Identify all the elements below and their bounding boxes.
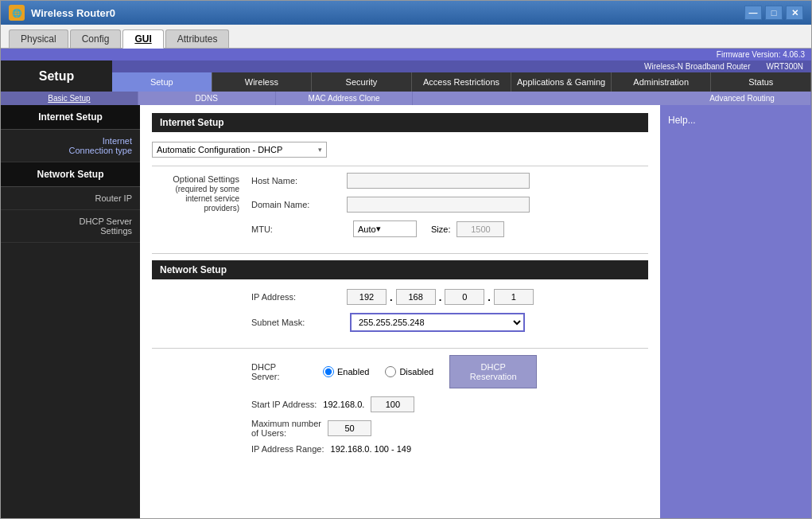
ip-octet2-input[interactable] bbox=[396, 289, 436, 305]
optional-settings-form: Host Name: Domain Name: MTU: Auto ▾ bbox=[251, 173, 530, 245]
sub-nav-advanced-routing[interactable]: Advanced Routing bbox=[674, 92, 811, 105]
sidebar-section-internet-setup: Internet Setup bbox=[1, 105, 140, 130]
titlebar-controls: — □ ✕ bbox=[744, 6, 803, 20]
nav-header: Setup Wireless-N Broadband Router WRT300… bbox=[1, 60, 811, 92]
dhcp-enabled-option[interactable]: Enabled bbox=[323, 366, 369, 377]
tab-bar: Physical Config GUI Attributes bbox=[1, 25, 811, 49]
start-ip-label: Start IP Address: bbox=[251, 400, 317, 409]
domain-name-row: Domain Name: bbox=[251, 197, 530, 213]
subnet-mask-select[interactable]: 255.255.255.248 255.255.255.0 255.255.0.… bbox=[350, 313, 525, 332]
minimize-button[interactable]: — bbox=[744, 6, 762, 20]
domain-name-input[interactable] bbox=[347, 197, 530, 213]
content-panel: Internet Setup Automatic Configuration -… bbox=[140, 105, 660, 518]
nav-tab-administration[interactable]: Administration bbox=[612, 72, 712, 92]
subnet-mask-row: Subnet Mask: 255.255.255.248 255.255.255… bbox=[251, 313, 534, 332]
ip-dot-3: . bbox=[486, 291, 492, 303]
mtu-size-input[interactable] bbox=[457, 221, 504, 237]
domain-name-label: Domain Name: bbox=[251, 200, 347, 209]
start-ip-input[interactable] bbox=[371, 396, 414, 412]
sidebar-item-router-ip: Router IP bbox=[1, 187, 140, 210]
dhcp-form: DHCPServer: Enabled Disabled bbox=[251, 355, 648, 454]
ip-address-label: IP Address: bbox=[251, 292, 347, 302]
optional-settings-label: Optional Settings(required by someintern… bbox=[152, 173, 239, 213]
sub-nav-basic-setup[interactable]: Basic Setup bbox=[1, 92, 138, 105]
sidebar-item-internet-connection-type: InternetConnection type bbox=[1, 130, 140, 162]
nav-tab-security[interactable]: Security bbox=[312, 72, 412, 92]
dhcp-server-label: DHCPServer: bbox=[251, 362, 307, 381]
divider-2 bbox=[152, 253, 648, 254]
ip-address-inputs: . . . bbox=[347, 289, 534, 305]
ip-range-value: 192.168.0. 100 - 149 bbox=[331, 444, 412, 454]
dhcp-disabled-label: Disabled bbox=[399, 367, 433, 377]
nav-tab-access-restrictions[interactable]: Access Restrictions bbox=[412, 72, 512, 92]
max-users-input[interactable] bbox=[328, 420, 371, 436]
sidebar-item-dhcp-server-settings: DHCP ServerSettings bbox=[1, 210, 140, 243]
ip-address-row: IP Address: . . . bbox=[251, 289, 534, 305]
mtu-label: MTU: bbox=[251, 224, 347, 234]
tab-config[interactable]: Config bbox=[70, 29, 122, 48]
connection-type-value: Automatic Configuration - DHCP bbox=[157, 145, 282, 154]
tab-physical[interactable]: Physical bbox=[9, 29, 68, 48]
mtu-value: Auto bbox=[358, 224, 376, 234]
internet-setup-header: Internet Setup bbox=[152, 113, 648, 132]
connection-type-dropdown[interactable]: Automatic Configuration - DHCP ▾ bbox=[152, 142, 327, 158]
dhcp-enabled-label: Enabled bbox=[337, 367, 369, 377]
maximize-button[interactable]: □ bbox=[765, 6, 783, 20]
dhcp-disabled-radio[interactable] bbox=[385, 366, 396, 377]
ip-octet1-input[interactable] bbox=[347, 289, 387, 305]
router-model: WRT300N bbox=[767, 62, 804, 71]
tab-gui[interactable]: GUI bbox=[122, 29, 163, 49]
router-ui: Firmware Version: 4.06.3 Setup Wireless-… bbox=[1, 49, 811, 518]
dhcp-radio-row: Enabled Disabled bbox=[323, 366, 433, 377]
nav-right: Wireless-N Broadband Router WRT300N Setu… bbox=[112, 60, 811, 92]
setup-label: Setup bbox=[39, 69, 74, 84]
firmware-version: Firmware Version: 4.06.3 bbox=[717, 50, 805, 59]
router-brand-text: Wireless-N Broadband Router bbox=[644, 62, 750, 71]
sub-nav-spacer bbox=[413, 92, 674, 105]
dhcp-disabled-option[interactable]: Disabled bbox=[385, 366, 433, 377]
help-text: Help... bbox=[668, 115, 803, 126]
connection-type-row: Automatic Configuration - DHCP ▾ bbox=[152, 142, 648, 158]
dhcp-reservation-button[interactable]: DHCP Reservation bbox=[449, 355, 537, 388]
nav-tabs: Setup Wireless Security Access Restricti… bbox=[112, 72, 811, 92]
nav-tab-applications-gaming[interactable]: Applications & Gaming bbox=[511, 72, 612, 92]
mtu-dropdown[interactable]: Auto ▾ bbox=[353, 220, 417, 237]
nav-tab-status[interactable]: Status bbox=[711, 72, 811, 92]
sidebar: Internet Setup InternetConnection type N… bbox=[1, 105, 140, 518]
sidebar-section-network-setup: Network Setup bbox=[1, 162, 140, 187]
help-panel: Help... bbox=[660, 105, 811, 518]
ip-octet4-input[interactable] bbox=[494, 289, 534, 305]
max-users-label: Maximum numberof Users: bbox=[251, 419, 321, 438]
window-title: Wireless Router0 bbox=[31, 7, 744, 19]
subnet-mask-label: Subnet Mask: bbox=[251, 318, 347, 327]
ip-dot-2: . bbox=[437, 291, 444, 303]
dropdown-arrow: ▾ bbox=[318, 146, 322, 154]
host-name-label: Host Name: bbox=[251, 176, 347, 185]
ip-dot-1: . bbox=[388, 291, 394, 303]
sub-nav-mac-address-clone[interactable]: MAC Address Clone bbox=[276, 92, 414, 105]
nav-tab-wireless[interactable]: Wireless bbox=[212, 72, 313, 92]
dhcp-enabled-radio[interactable] bbox=[323, 366, 334, 377]
ip-octet3-input[interactable] bbox=[445, 289, 484, 305]
main-content: Internet Setup InternetConnection type N… bbox=[1, 105, 811, 518]
start-ip-prefix: 192.168.0. bbox=[323, 400, 364, 409]
divider-3 bbox=[152, 348, 648, 349]
sub-nav: Basic Setup DDNS MAC Address Clone Advan… bbox=[1, 92, 811, 105]
tab-attributes[interactable]: Attributes bbox=[165, 29, 230, 48]
app-icon: 🌐 bbox=[9, 5, 25, 21]
network-setup-header: Network Setup bbox=[152, 260, 648, 279]
size-label: Size: bbox=[431, 224, 450, 234]
router-info-bar: Wireless-N Broadband Router WRT300N bbox=[112, 60, 811, 72]
close-button[interactable]: ✕ bbox=[786, 6, 803, 20]
firmware-bar: Firmware Version: 4.06.3 bbox=[1, 49, 811, 60]
host-name-input[interactable] bbox=[347, 173, 530, 189]
router-brand: Setup bbox=[1, 60, 112, 92]
mtu-row: MTU: Auto ▾ Size: bbox=[251, 220, 530, 237]
host-name-row: Host Name: bbox=[251, 173, 530, 189]
mtu-arrow: ▾ bbox=[376, 224, 381, 234]
divider-1 bbox=[152, 166, 648, 166]
nav-tab-setup[interactable]: Setup bbox=[112, 72, 212, 92]
router-ip-form: IP Address: . . . bbox=[251, 289, 534, 340]
ip-range-label: IP Address Range: bbox=[251, 444, 324, 454]
sub-nav-ddns[interactable]: DDNS bbox=[138, 92, 276, 105]
